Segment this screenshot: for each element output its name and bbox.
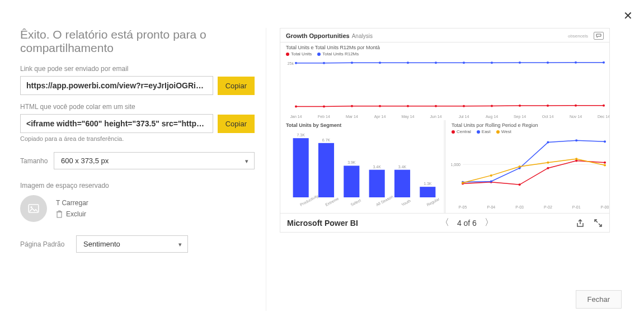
copy-html-button[interactable]: Copiar <box>218 115 255 133</box>
svg-text:3.4K: 3.4K <box>398 165 407 169</box>
svg-point-1 <box>30 206 32 208</box>
svg-text:Select: Select <box>350 198 362 207</box>
next-page-button[interactable]: 〉 <box>485 217 493 229</box>
svg-rect-49 <box>394 170 410 197</box>
dialog-title: Êxito. O relatório está pronto para o co… <box>20 28 255 55</box>
delete-text: Excluir <box>66 210 86 218</box>
svg-text:Jun 14: Jun 14 <box>430 115 441 119</box>
svg-text:Youth: Youth <box>401 198 411 207</box>
svg-rect-43 <box>318 143 334 197</box>
svg-point-6 <box>323 105 325 107</box>
svg-text:1.3K: 1.3K <box>424 182 432 186</box>
svg-text:P-03: P-03 <box>515 205 524 209</box>
chart-1-title: Total Units e Total Units R12Ms por Mont… <box>280 42 609 51</box>
svg-text:6.7K: 6.7K <box>322 138 331 142</box>
copy-link-button[interactable]: Copiar <box>218 77 255 95</box>
footer-brand: Microsoft Power BI <box>287 219 358 228</box>
page-indicator: 4 of 6 <box>457 219 477 228</box>
close-button[interactable]: Fechar <box>576 290 622 309</box>
pager: 〈 4 of 6 〉 <box>358 217 576 229</box>
svg-point-16 <box>603 105 605 107</box>
svg-point-17 <box>295 62 297 64</box>
link-label: Link que pode ser enviado por email <box>20 65 255 73</box>
svg-point-9 <box>407 105 409 107</box>
svg-rect-47 <box>369 170 385 197</box>
svg-point-21 <box>407 61 409 64</box>
svg-text:7.3K: 7.3K <box>297 133 305 137</box>
report-right-label: obsencels <box>568 34 588 39</box>
upload-link[interactable]: T Carregar <box>56 199 88 207</box>
svg-point-18 <box>323 62 325 64</box>
svg-point-11 <box>463 105 465 107</box>
publish-dialog: Êxito. O relatório está pronto para o co… <box>20 28 624 311</box>
chart-3-svg: 1,000P-05P-04P-03P-02P-01P-00 <box>446 136 609 210</box>
svg-point-64 <box>547 167 549 169</box>
svg-point-22 <box>435 61 437 64</box>
svg-text:3.4K: 3.4K <box>373 165 381 169</box>
placeholder-label: Imagem de espaço reservado <box>20 182 255 190</box>
svg-text:3.9K: 3.9K <box>347 160 356 164</box>
chart-1: Total Units e Total Units R12Ms por Mont… <box>280 42 609 120</box>
svg-text:P-02: P-02 <box>544 205 552 209</box>
svg-text:P-05: P-05 <box>459 205 467 209</box>
report-header: Growth OpportunitiesAnalysis obsencels <box>280 29 609 42</box>
report-preview: Growth OpportunitiesAnalysis obsencels T… <box>280 28 610 233</box>
svg-point-23 <box>463 61 465 64</box>
svg-point-12 <box>491 105 493 107</box>
chart-2: Total Units by Segment 7.3K6.7K3.9K3.4K3… <box>280 120 444 213</box>
default-page-label: Página Padrão <box>20 240 76 248</box>
comment-icon[interactable] <box>594 32 604 40</box>
svg-point-70 <box>547 141 549 144</box>
left-panel: Êxito. O relatório está pronto para o co… <box>20 28 266 311</box>
chart-1-svg: 25kJan 14Feb 14Mar 14Apr 14May 14Jun 14J… <box>280 59 609 120</box>
svg-text:May 14: May 14 <box>402 115 415 119</box>
svg-rect-41 <box>293 138 309 197</box>
svg-rect-51 <box>420 187 435 197</box>
svg-point-19 <box>351 61 353 64</box>
svg-point-25 <box>519 61 521 64</box>
html-label: HTML que você pode colar em um site <box>20 103 255 111</box>
svg-text:Sep 14: Sep 14 <box>514 115 526 119</box>
svg-text:Oct 14: Oct 14 <box>542 115 554 119</box>
svg-point-73 <box>462 182 464 184</box>
share-icon[interactable] <box>576 219 585 228</box>
copied-helper: Copiado para a área de transferência. <box>20 135 255 142</box>
svg-text:Feb 14: Feb 14 <box>318 115 330 119</box>
svg-point-76 <box>547 162 549 164</box>
link-input[interactable] <box>20 76 213 95</box>
svg-point-63 <box>519 183 521 186</box>
svg-point-78 <box>604 164 606 166</box>
svg-text:Mar 14: Mar 14 <box>346 115 358 119</box>
report-footer: Microsoft Power BI 〈 4 of 6 〉 <box>280 213 609 232</box>
svg-point-13 <box>519 105 521 107</box>
svg-text:1,000: 1,000 <box>450 163 460 167</box>
svg-point-7 <box>351 105 353 107</box>
svg-point-8 <box>379 105 381 107</box>
svg-text:P-04: P-04 <box>487 205 495 209</box>
svg-point-72 <box>604 140 606 143</box>
svg-point-77 <box>575 158 577 160</box>
prev-page-button[interactable]: 〈 <box>440 217 449 229</box>
html-input[interactable] <box>20 114 213 133</box>
svg-point-26 <box>547 61 549 64</box>
svg-point-10 <box>435 105 437 107</box>
svg-point-28 <box>603 61 605 64</box>
upload-text: T Carregar <box>56 199 88 207</box>
close-icon[interactable]: ✕ <box>623 9 633 22</box>
fullscreen-icon[interactable] <box>594 219 603 228</box>
size-label: Tamanho <box>20 157 54 165</box>
chart-3-legend: Central East West <box>446 129 609 136</box>
default-page-select[interactable]: Sentimento <box>76 235 188 253</box>
svg-text:Aug 14: Aug 14 <box>486 115 498 119</box>
svg-point-68 <box>490 180 492 182</box>
image-icon <box>28 204 39 213</box>
svg-text:Apr 14: Apr 14 <box>374 115 386 119</box>
svg-point-71 <box>575 139 577 141</box>
chart-3: Total Units por Rolling Period e Region … <box>446 120 609 213</box>
right-panel: Growth OpportunitiesAnalysis obsencels T… <box>266 28 624 311</box>
svg-text:Nov 14: Nov 14 <box>570 115 582 119</box>
svg-point-5 <box>295 105 297 107</box>
chart-2-title: Total Units by Segment <box>280 120 444 129</box>
size-select[interactable]: 600 x 373,5 px <box>54 152 255 169</box>
delete-link[interactable]: Excluir <box>56 210 88 218</box>
